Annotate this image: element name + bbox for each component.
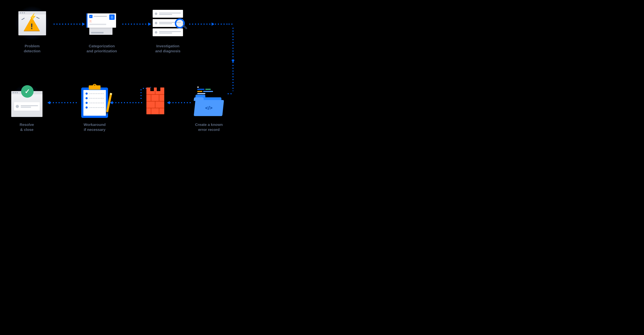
connector-s6-s7 [49, 102, 77, 104]
connector-s5-up-left [140, 88, 142, 100]
arrowhead-turn1 [212, 22, 214, 26]
arrowhead-s5 [167, 101, 170, 104]
step-problem-detection: ⚡ 〰 〰 ! Problem detection [16, 7, 48, 54]
checkmark-icon [21, 85, 34, 98]
step-blocker-wall [146, 88, 164, 118]
step-investigation-diagnosis: Investigation and diagnosis [152, 7, 184, 54]
step-create-known-error-record: </> Create a known error record [193, 86, 225, 132]
warning-browser-icon: ⚡ 〰 〰 ! [16, 7, 48, 39]
connector-turn-v [232, 27, 234, 91]
connector-s3-turn-h [188, 23, 228, 25]
success-browser-icon [11, 86, 43, 118]
clipboard-checklist-icon [78, 86, 111, 118]
arrowhead-s7 [47, 101, 50, 104]
connector-s4-s5 [169, 102, 192, 104]
connector-turn-s4b [227, 93, 233, 95]
priority-card-icon: ✓ ︿︿ [86, 7, 118, 39]
arrowhead-s2 [82, 22, 85, 26]
step-workaround: Workaround if necessary [78, 86, 111, 132]
search-list-icon [152, 7, 184, 39]
problem-management-flow-diagram: ⚡ 〰 〰 ! Problem detection ✓ ︿︿ [0, 0, 276, 146]
magnifier-icon [175, 18, 185, 28]
step-label: Create a known error record [195, 122, 223, 132]
arrowhead-s3 [148, 22, 151, 26]
step-label: Problem detection [24, 44, 40, 54]
brick-wall-icon [146, 88, 164, 114]
step-label: Categorization and prioritization [86, 44, 117, 54]
connector-s1-s2 [53, 23, 82, 25]
code-folder-icon: </> [193, 86, 225, 118]
step-label: Investigation and diagnosis [155, 44, 180, 54]
step-resolve-close: Resolve & close [11, 86, 43, 132]
arrowhead-turn-down [232, 60, 234, 63]
step-categorization-prioritization: ✓ ︿︿ Categorization and prioritization [86, 7, 118, 54]
step-label: Workaround if necessary [84, 122, 106, 132]
step-label: Resolve & close [20, 122, 34, 132]
connector-s5-s6 [112, 102, 144, 104]
connector-turn-s4 [228, 23, 233, 25]
connector-s2-s3 [122, 23, 148, 25]
